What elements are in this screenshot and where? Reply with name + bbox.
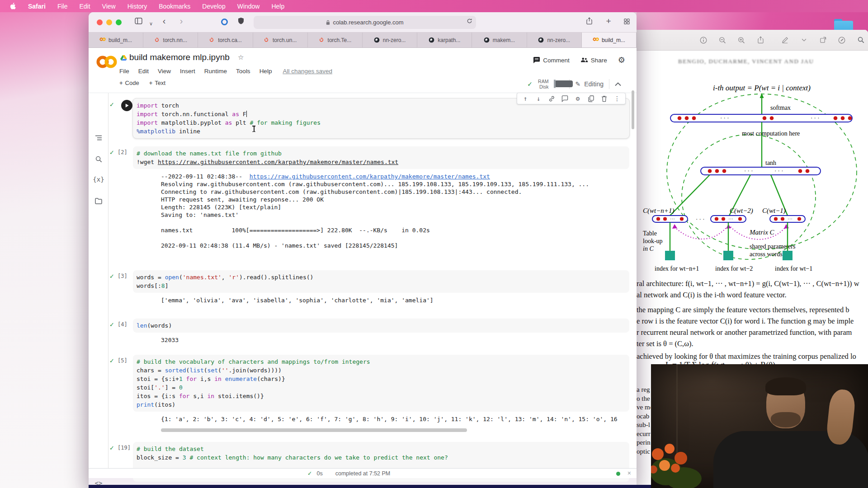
colab-menu-insert[interactable]: Insert — [180, 68, 195, 75]
new-tab-button[interactable]: + — [603, 16, 614, 26]
output-horizontal-scrollbar[interactable] — [161, 428, 467, 432]
code-line: words[:8] — [137, 282, 625, 290]
output-line: Saving to: 'names.txt' — [161, 211, 629, 219]
colab-logo[interactable] — [95, 53, 118, 72]
output-line: Length: 228145 (223K) [text/plain] — [161, 203, 629, 211]
colab-menu-edit[interactable]: Edit — [138, 68, 149, 75]
apple-icon[interactable] — [10, 3, 16, 10]
figure-tanh-label: tanh — [765, 160, 776, 166]
browser-tab-8[interactable]: nn-zero... — [527, 33, 582, 47]
paper-body-line-0: ral architecture: f(i, wt−1, ··· , wt−n+… — [637, 279, 868, 288]
more-vert-icon[interactable]: ⋮ — [613, 95, 621, 102]
browser-tab-3[interactable]: torch.un... — [253, 33, 308, 47]
ram-disk-meters[interactable] — [554, 80, 556, 88]
settings-gear-icon[interactable]: ⚙ — [618, 55, 625, 65]
menubar-item-help[interactable]: Help — [271, 3, 284, 10]
browser-tab-5[interactable]: nn-zero... — [363, 33, 417, 47]
run-cell-button[interactable] — [121, 100, 132, 111]
colab-menu-file[interactable]: File — [119, 68, 129, 75]
arrow-down-icon[interactable]: ↓ — [535, 95, 542, 102]
gear-icon[interactable]: ⚙ — [574, 95, 581, 102]
editing-mode-button[interactable]: ✎ Editing — [575, 80, 604, 88]
browser-tab-2[interactable]: torch.ca... — [198, 33, 253, 47]
text-cursor-pointer — [252, 125, 256, 132]
browser-tab-6[interactable]: karpath... — [417, 33, 472, 47]
browser-tab-9[interactable]: build_m... — [582, 33, 637, 47]
colab-menu-tools[interactable]: Tools — [236, 68, 250, 75]
files-icon[interactable] — [94, 196, 104, 206]
share-icon[interactable] — [584, 17, 594, 28]
saved-status[interactable]: All changes saved — [283, 68, 332, 75]
variables-icon[interactable]: {x} — [94, 174, 104, 184]
add-code-button[interactable]: +Code — [119, 80, 139, 86]
pdf-markup-pencil-icon[interactable] — [780, 36, 789, 45]
add-text-button[interactable]: +Text — [149, 80, 165, 86]
code-editor[interactable]: # build the vocabulary of characters and… — [133, 355, 629, 412]
table-of-contents-icon[interactable] — [94, 133, 104, 143]
copy-icon[interactable] — [587, 95, 594, 102]
browser-tab-7[interactable]: makem... — [472, 33, 527, 47]
menubar-item-history[interactable]: History — [127, 3, 147, 10]
code-editor[interactable]: # download the names.txt file from githu… — [133, 146, 629, 169]
browser-tab-0[interactable]: build_m... — [89, 33, 143, 47]
collapse-chevron-icon[interactable] — [615, 82, 621, 86]
reload-icon[interactable] — [467, 18, 472, 25]
tab-label: torch.nn... — [163, 37, 187, 43]
menubar-item-edit[interactable]: Edit — [79, 3, 90, 10]
pdf-rotate-icon[interactable] — [818, 36, 827, 45]
share-button[interactable]: Share — [580, 57, 607, 64]
paper-clipped-fragment-1: o the — [637, 395, 651, 404]
pdf-share-icon[interactable] — [756, 36, 765, 45]
menubar-item-window[interactable]: Window — [237, 3, 260, 10]
cell-execution-count: [19] — [118, 445, 131, 451]
browser-tab-4[interactable]: torch.Te... — [308, 33, 363, 47]
menubar-item-view[interactable]: View — [102, 3, 116, 10]
shield-extension-icon[interactable] — [236, 17, 246, 27]
minimize-window-button[interactable] — [106, 19, 112, 25]
colab-menu-runtime[interactable]: Runtime — [204, 68, 227, 75]
pdf-zoom-in-icon[interactable] — [737, 36, 746, 45]
output-line: Resolving raw.githubusercontent.com (raw… — [161, 180, 629, 188]
code-line: # build the dataset — [137, 445, 625, 453]
forward-button[interactable]: › — [176, 16, 187, 26]
pdf-pen-circle-icon[interactable] — [837, 36, 846, 45]
comment-icon[interactable] — [561, 95, 568, 102]
notebook-title[interactable]: build makemore mlp.ipynb — [129, 52, 230, 62]
cell-execution-count: [5] — [118, 357, 127, 364]
search-icon[interactable] — [94, 154, 104, 164]
link-icon[interactable] — [548, 95, 555, 102]
browser-tab-1[interactable]: torch.nn... — [143, 33, 198, 47]
address-bar[interactable]: colab.research.google.com — [254, 16, 476, 29]
sidebar-toggle-icon[interactable] — [133, 17, 144, 27]
status-close-icon[interactable]: × — [627, 469, 631, 477]
sidebar-chevron-icon[interactable]: ∨ — [146, 19, 156, 28]
comment-button[interactable]: Comment — [533, 56, 570, 64]
pdf-chevron-down-icon[interactable] — [799, 36, 808, 45]
notebook-scrollbar[interactable] — [632, 90, 634, 129]
pdf-search-icon[interactable] — [856, 36, 865, 45]
svg-text:···: ··· — [670, 216, 675, 221]
back-button[interactable]: ‹ — [159, 16, 170, 26]
output-line: 32033 — [161, 336, 629, 344]
tab-overview-icon[interactable] — [621, 17, 632, 27]
zoom-window-button[interactable] — [116, 19, 122, 25]
menubar-item-file[interactable]: File — [57, 3, 68, 10]
person-beard — [771, 412, 801, 427]
close-window-button[interactable] — [97, 19, 103, 25]
colab-menu-view[interactable]: View — [158, 68, 171, 75]
menubar-item-bookmarks[interactable]: Bookmarks — [159, 3, 190, 10]
onepassword-extension-icon[interactable] — [219, 18, 230, 28]
pdf-info-icon[interactable] — [699, 36, 708, 45]
star-icon[interactable]: ☆ — [238, 53, 244, 61]
arrow-up-icon[interactable]: ↑ — [522, 95, 529, 102]
menubar-item-develop[interactable]: Develop — [202, 3, 225, 10]
status-message: completed at 7:52 PM — [335, 470, 391, 477]
colab-menu-help[interactable]: Help — [259, 68, 272, 75]
code-editor[interactable]: len(words) — [133, 319, 629, 333]
code-editor[interactable]: ↑↓⚙⋮import torchimport torch.nn.function… — [133, 99, 629, 138]
pdf-zoom-out-icon[interactable] — [718, 36, 727, 45]
menubar-item-safari[interactable]: Safari — [28, 3, 46, 10]
trash-icon[interactable] — [600, 95, 608, 102]
code-editor[interactable]: words = open('names.txt', 'r').read().sp… — [133, 270, 629, 293]
code-line: import torch.nn.functional as F — [137, 110, 625, 118]
